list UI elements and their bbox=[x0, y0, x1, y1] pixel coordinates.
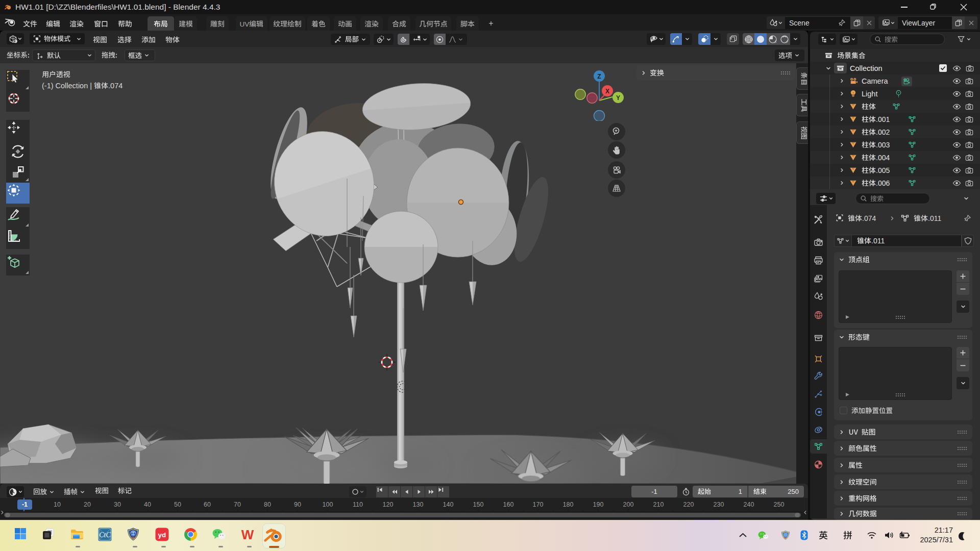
svg-text:10: 10 bbox=[54, 501, 61, 508]
svg-text:210: 210 bbox=[653, 501, 664, 508]
svg-text:50: 50 bbox=[174, 501, 181, 508]
svg-text:CtC: CtC bbox=[99, 531, 111, 539]
svg-text:160: 160 bbox=[503, 501, 514, 508]
svg-text:80: 80 bbox=[264, 501, 271, 508]
svg-text:90: 90 bbox=[294, 501, 301, 508]
svg-text:Y: Y bbox=[616, 94, 620, 102]
svg-text:170: 170 bbox=[533, 501, 544, 508]
svg-text:40: 40 bbox=[144, 501, 151, 508]
svg-text:X: X bbox=[605, 88, 609, 95]
svg-text:100: 100 bbox=[323, 501, 333, 508]
svg-text:140: 140 bbox=[443, 501, 454, 508]
svg-text:190: 190 bbox=[593, 501, 604, 508]
svg-text:130: 130 bbox=[413, 501, 424, 508]
svg-text:110: 110 bbox=[353, 501, 363, 508]
svg-text:230: 230 bbox=[714, 501, 724, 508]
svg-text:250: 250 bbox=[774, 501, 785, 508]
svg-text:150: 150 bbox=[473, 501, 484, 508]
svg-text:Z: Z bbox=[597, 73, 601, 80]
svg-text:W: W bbox=[241, 527, 254, 542]
svg-text:120: 120 bbox=[383, 501, 394, 508]
svg-text:220: 220 bbox=[683, 501, 694, 508]
svg-text:240: 240 bbox=[744, 501, 754, 508]
svg-text:20: 20 bbox=[84, 501, 91, 508]
svg-text:60: 60 bbox=[204, 501, 211, 508]
svg-text:180: 180 bbox=[563, 501, 574, 508]
svg-text:70: 70 bbox=[234, 501, 241, 508]
svg-text:30: 30 bbox=[114, 501, 121, 508]
svg-text:200: 200 bbox=[623, 501, 634, 508]
svg-text:yd: yd bbox=[158, 531, 166, 539]
